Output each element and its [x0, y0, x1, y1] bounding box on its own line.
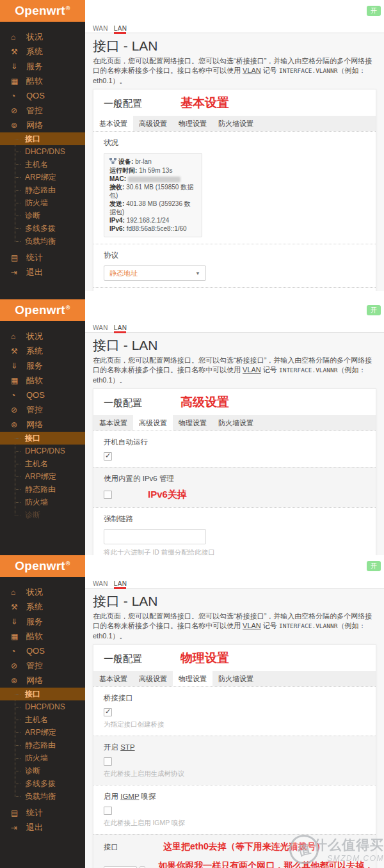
sidebar-subitem-routes[interactable]: 静态路由	[0, 739, 85, 752]
sidebar-subitem-diagnostics[interactable]: 诊断	[0, 764, 85, 777]
sidebar-item-logout[interactable]: ⇥退出	[0, 265, 85, 280]
bar-chart-icon: ▤	[11, 809, 22, 817]
sidebar-item-qos[interactable]: ◔QOS	[0, 643, 85, 658]
interface-vlannr-code: INTERFACE.VLANNR	[279, 622, 338, 629]
config-tab[interactable]: 高级设置	[133, 116, 173, 131]
config-tab[interactable]: 防火墙设置	[212, 415, 259, 430]
sidebar-subitem-multiwan[interactable]: 多线多拨	[0, 222, 85, 235]
config-tab[interactable]: 防火墙设置	[212, 671, 259, 686]
autostart-checkbox[interactable]: ✓	[104, 452, 112, 461]
sidebar-item-status[interactable]: ⌂状况	[0, 585, 85, 599]
tab-wan[interactable]: WAN	[93, 324, 108, 330]
sidebar-subitem-hostnames[interactable]: 主机名	[0, 457, 85, 470]
sidebar-item-system[interactable]: ⚒系统	[0, 44, 85, 59]
config-tab[interactable]: 物理设置	[173, 415, 212, 430]
section-basic-settings: Openwrt® 开 ⌂状况⚒系统⇓服务▦酷软◔QOS⊘管控⊚网络 接口DHCP…	[0, 0, 384, 299]
sidebar-toggle-button[interactable]: 开	[367, 561, 381, 571]
card-title: 一般配置	[104, 653, 142, 665]
stp-link[interactable]: STP	[120, 743, 134, 751]
sidebar-item-statistics[interactable]: ▤统计	[0, 250, 85, 265]
sidebar-item-control[interactable]: ⊘管控	[0, 402, 85, 417]
tree-guide	[15, 489, 20, 490]
sidebar-subitem-hostnames[interactable]: 主机名	[0, 158, 85, 171]
grid-icon: ▦	[11, 632, 22, 641]
config-tab[interactable]: 防火墙设置	[212, 116, 259, 131]
vlan-link[interactable]: VLAN	[243, 366, 261, 374]
sidebar-subitem-loadbalance[interactable]: 负载均衡	[0, 235, 85, 248]
download-icon: ⇓	[11, 361, 22, 370]
force-link-input[interactable]	[104, 529, 206, 544]
home-icon: ⌂	[11, 33, 22, 42]
sidebar-item-network[interactable]: ⊚网络	[0, 118, 85, 132]
field-protocol: 协议 静态地址▼	[93, 244, 376, 287]
logout-icon: ⇥	[11, 823, 22, 832]
tree-guide	[15, 707, 20, 707]
config-tab[interactable]: 基本设置	[93, 116, 133, 131]
stp-checkbox[interactable]: ✓	[104, 757, 112, 766]
sidebar-item-control[interactable]: ⊘管控	[0, 103, 85, 118]
protocol-select[interactable]: 静态地址▼	[104, 265, 206, 281]
sidebar-toggle-button[interactable]: 开	[367, 305, 381, 315]
tab-wan[interactable]: WAN	[93, 580, 108, 586]
config-tab[interactable]: 高级设置	[133, 415, 173, 430]
sidebar-subitem-firewall[interactable]: 防火墙	[0, 752, 85, 764]
sidebar-item-control[interactable]: ⊘管控	[0, 658, 85, 673]
sidebar-subitem-dhcp-dns[interactable]: DHCP/DNS	[0, 700, 85, 713]
sidebar-item-koolshare[interactable]: ▦酷软	[0, 373, 85, 388]
sidebar-toggle-button[interactable]: 开	[367, 6, 381, 16]
tab-lan[interactable]: LAN	[114, 580, 127, 586]
sidebar-subitem-diagnostics[interactable]: 诊断	[0, 509, 85, 521]
tab-lan[interactable]: LAN	[114, 25, 127, 31]
red-annotation-ipv6-off: IPv6关掉	[148, 489, 187, 501]
ipv6-management-checkbox[interactable]: ✓	[104, 491, 112, 499]
sidebar-subitem-dhcp-dns[interactable]: DHCP/DNS	[0, 445, 85, 457]
sidebar-item-koolshare[interactable]: ▦酷软	[0, 629, 85, 643]
igmp-checkbox[interactable]: ✓	[104, 807, 112, 815]
vlan-link[interactable]: VLAN	[243, 622, 261, 629]
bridge-checkbox[interactable]: ✓	[104, 708, 112, 716]
config-tab[interactable]: 物理设置	[173, 116, 212, 131]
sidebar-subitem-interfaces[interactable]: 接口	[0, 432, 85, 445]
tab-lan[interactable]: LAN	[114, 324, 127, 330]
config-tab[interactable]: 高级设置	[133, 671, 173, 686]
sidebar-item-qos[interactable]: ◔QOS	[0, 88, 85, 103]
sidebar-subitem-arp-bind[interactable]: ARP绑定	[0, 171, 85, 184]
config-tab[interactable]: 物理设置	[173, 671, 212, 686]
tree-guide	[15, 164, 20, 165]
active-tab-underline	[114, 32, 126, 34]
config-tab[interactable]: 基本设置	[93, 671, 133, 686]
sidebar-item-services[interactable]: ⇓服务	[0, 358, 85, 373]
sidebar-item-network[interactable]: ⊚网络	[0, 417, 85, 432]
sidebar-subitem-routes[interactable]: 静态路由	[0, 184, 85, 196]
sidebar-item-status[interactable]: ⌂状况	[0, 329, 85, 343]
tab-wan[interactable]: WAN	[93, 25, 108, 31]
sidebar-subitem-dhcp-dns[interactable]: DHCP/DNS	[0, 145, 85, 158]
sidebar-item-qos[interactable]: ◔QOS	[0, 388, 85, 402]
bridge-icon	[109, 158, 116, 166]
clock-icon: ⊘	[11, 106, 22, 115]
sidebar-item-status[interactable]: ⌂状况	[0, 29, 85, 44]
sidebar-item-services[interactable]: ⇓服务	[0, 59, 85, 74]
sidebar-subitem-multiwan[interactable]: 多线多拨	[0, 777, 85, 790]
red-annotation-eth0: 这里把eth0去掉（等下用来连光猫拨号）	[163, 841, 325, 853]
sidebar-subitem-arp-bind[interactable]: ARP绑定	[0, 470, 85, 483]
sidebar-subitem-routes[interactable]: 静态路由	[0, 483, 85, 496]
sidebar-subitem-hostnames[interactable]: 主机名	[0, 713, 85, 726]
sidebar-subitem-interfaces[interactable]: 接口	[0, 688, 85, 700]
sidebar-subitem-loadbalance[interactable]: 负载均衡	[0, 790, 85, 803]
sidebar-subitem-firewall[interactable]: 防火墙	[0, 196, 85, 209]
sidebar-item-network[interactable]: ⊚网络	[0, 673, 85, 688]
sidebar-subitem-diagnostics[interactable]: 诊断	[0, 209, 85, 222]
sidebar-subitem-arp-bind[interactable]: ARP绑定	[0, 726, 85, 739]
sidebar-item-system[interactable]: ⚒系统	[0, 599, 85, 614]
sidebar-subitem-interfaces[interactable]: 接口	[0, 132, 85, 145]
sidebar-subitem-firewall[interactable]: 防火墙	[0, 496, 85, 509]
sidebar-item-services[interactable]: ⇓服务	[0, 614, 85, 629]
sidebar-item-koolshare[interactable]: ▦酷软	[0, 74, 85, 88]
igmp-link[interactable]: IGMP	[120, 793, 139, 800]
sidebar-item-statistics[interactable]: ▤统计	[0, 805, 85, 820]
vlan-link[interactable]: VLAN	[243, 67, 261, 74]
sidebar-item-logout[interactable]: ⇥退出	[0, 820, 85, 835]
config-tab[interactable]: 基本设置	[93, 415, 133, 430]
sidebar-item-system[interactable]: ⚒系统	[0, 343, 85, 358]
